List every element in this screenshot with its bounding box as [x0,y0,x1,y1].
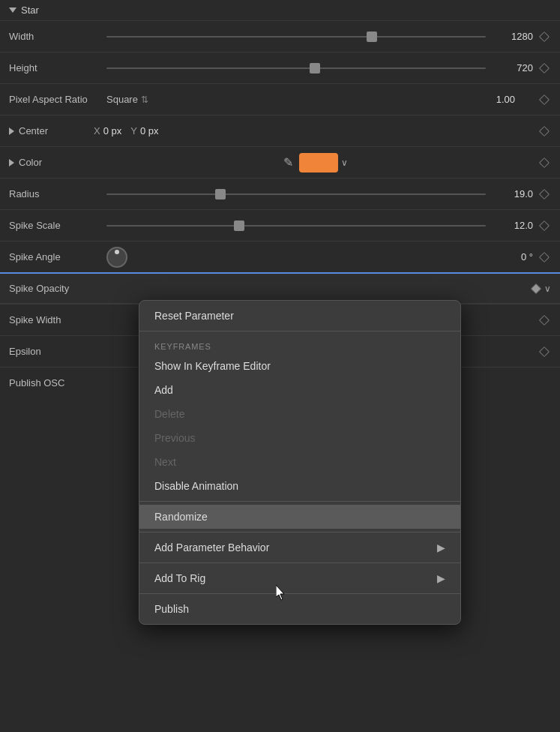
spike-width-keyframe[interactable] [538,314,551,327]
color-swatch[interactable] [299,153,338,172]
color-label: Color [19,157,94,168]
property-row-spike-opacity: Spike Opacity ∨ [0,272,560,304]
y-value[interactable]: 0 px [140,125,159,136]
menu-label-randomize: Randomize [154,511,208,523]
height-slider[interactable] [106,68,486,69]
add-to-rig-arrow-icon: ▶ [437,572,445,584]
par-keyframe[interactable] [538,93,551,106]
spike-opacity-label: Spike Opacity [9,283,106,294]
menu-label-next: Next [154,456,176,468]
spike-width-label: Spike Width [9,314,106,326]
menu-divider-4 [139,562,460,563]
spike-scale-track [106,225,486,226]
height-track [106,68,486,69]
property-row-spike-scale: Spike Scale 12.0 [0,209,560,241]
par-arrows-icon[interactable]: ⇅ [141,94,148,105]
spike-scale-diamond [539,220,550,230]
menu-item-show-keyframe-editor[interactable]: Show In Keyframe Editor [139,354,460,378]
width-thumb [367,32,377,42]
menu-label-previous: Previous [154,432,195,444]
radius-value[interactable]: 19.0 [492,188,533,200]
center-expand-icon[interactable] [9,128,14,135]
menu-divider-5 [139,593,460,594]
property-row-center: Center X 0 px Y 0 px [0,115,560,146]
par-preset[interactable]: Square [106,94,138,105]
menu-label-publish: Publish [154,603,189,615]
spike-opacity-keyframe-filled[interactable] [531,283,541,293]
radius-diamond [539,188,550,199]
menu-label-delete: Delete [154,408,184,420]
publish-osc-label: Publish OSC [9,377,106,388]
section-title: Star [21,4,39,16]
property-row-color: Color ✎ ∨ [0,146,560,178]
radius-slider[interactable] [106,194,486,195]
spike-opacity-chevron[interactable]: ∨ [544,284,551,294]
spike-scale-keyframe[interactable] [538,219,551,232]
spike-width-diamond [539,314,550,325]
par-diamond [539,94,550,104]
x-value[interactable]: 0 px [103,125,122,136]
color-expand-icon[interactable] [9,159,14,166]
section-header-star[interactable]: Star [0,0,560,20]
spike-scale-label: Spike Scale [9,220,106,231]
y-label: Y [130,125,137,136]
property-row-height: Height 720 [0,52,560,83]
height-keyframe[interactable] [538,62,551,75]
radius-label: Radius [9,188,106,200]
spike-angle-knob-area [106,247,492,268]
eyedropper-icon[interactable]: ✎ [283,155,293,170]
spike-angle-value[interactable]: 0 ° [492,251,533,262]
menu-item-next[interactable]: Next [139,450,460,474]
height-label: Height [9,62,106,74]
menu-item-delete[interactable]: Delete [139,402,460,426]
keyframes-section-label: KEYFRAMES [154,342,211,351]
center-keyframe[interactable] [538,124,551,138]
menu-item-publish[interactable]: Publish [139,597,460,621]
spike-scale-value[interactable]: 12.0 [492,220,533,231]
menu-label-show-keyframe-editor: Show In Keyframe Editor [154,360,271,372]
menu-item-reset-parameter[interactable]: Reset Parameter [139,304,460,328]
context-menu: Reset Parameter KEYFRAMES Show In Keyfra… [139,300,461,625]
property-row-spike-angle: Spike Angle 0 ° [0,241,560,272]
menu-section-keyframes: KEYFRAMES [139,334,460,354]
center-label: Center [19,125,94,136]
menu-item-randomize[interactable]: Randomize [139,505,460,529]
menu-item-add-to-rig[interactable]: Add To Rig ▶ [139,566,460,590]
width-diamond [539,31,550,41]
width-keyframe[interactable] [538,30,551,44]
height-value[interactable]: 720 [492,62,533,74]
menu-divider-2 [139,501,460,502]
menu-label-reset-parameter: Reset Parameter [154,310,234,322]
spike-angle-diamond [539,251,550,262]
color-keyframe[interactable] [538,156,551,170]
color-dropdown-icon[interactable]: ∨ [341,158,348,168]
menu-item-disable-animation[interactable]: Disable Animation [139,474,460,498]
menu-item-previous[interactable]: Previous [139,426,460,450]
height-diamond [539,62,550,73]
property-row-width: Width 1280 [0,20,560,52]
menu-label-disable-animation: Disable Animation [154,480,238,492]
menu-item-add-parameter-behavior[interactable]: Add Parameter Behavior ▶ [139,536,460,560]
spike-scale-slider[interactable] [106,225,486,226]
add-parameter-behavior-arrow-icon: ▶ [437,542,445,554]
spike-angle-knob[interactable] [106,247,127,268]
color-diamond [539,157,550,167]
spike-opacity-controls: ∨ [532,284,551,294]
properties-panel: Star Width 1280 Height 720 Pixel Aspect … [0,0,560,732]
property-row-radius: Radius 19.0 [0,178,560,209]
epsilon-label: Epsilon [9,346,106,357]
menu-label-add-parameter-behavior: Add Parameter Behavior [154,542,269,554]
angle-dot [115,250,119,254]
epsilon-keyframe[interactable] [538,345,551,358]
par-value[interactable]: 1.00 [496,94,515,105]
spike-angle-keyframe[interactable] [538,250,551,264]
x-label: X [94,125,100,136]
height-thumb [310,63,320,74]
center-diamond [539,125,550,136]
menu-label-add-to-rig: Add To Rig [154,572,205,584]
radius-track [106,194,486,195]
width-slider[interactable] [106,36,486,38]
radius-keyframe[interactable] [538,188,551,201]
width-value[interactable]: 1280 [492,31,533,42]
menu-item-add[interactable]: Add [139,378,460,402]
